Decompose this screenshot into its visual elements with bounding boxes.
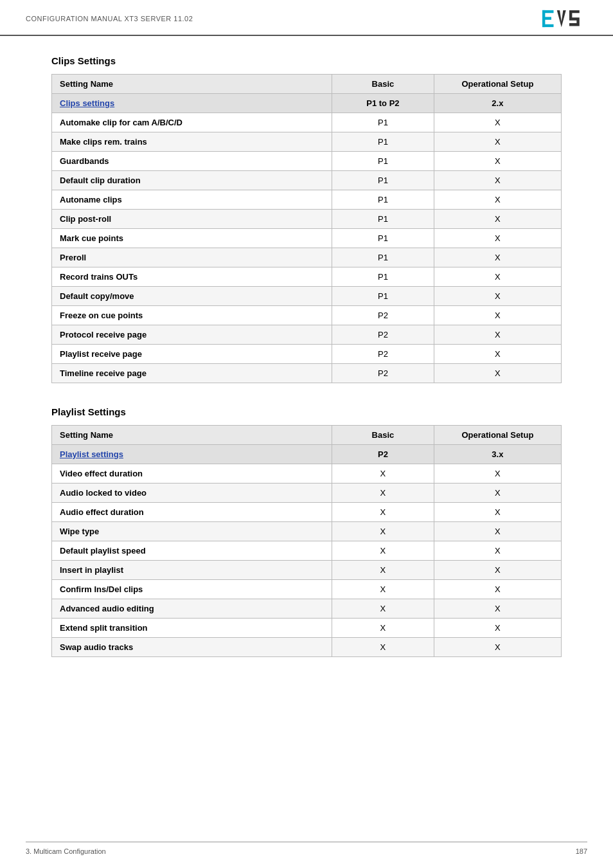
op-cell: 3.x: [434, 445, 561, 464]
op-cell: X: [434, 152, 561, 171]
setting-name-cell: Protocol receive page: [52, 325, 332, 345]
op-cell: X: [434, 599, 561, 619]
basic-cell: X: [332, 484, 434, 503]
basic-cell: P1: [332, 248, 434, 267]
svg-rect-2: [542, 17, 551, 19]
table-row: PrerollP1X: [52, 248, 562, 267]
op-cell: X: [434, 638, 561, 657]
table-row: Wipe typeXX: [52, 522, 562, 541]
setting-name-cell: Automake clip for cam A/B/C/D: [52, 113, 332, 132]
playlist-settings-table: Setting Name Basic Operational Setup Pla…: [51, 425, 562, 657]
table-row: Extend split transitionXX: [52, 619, 562, 638]
op-cell: X: [434, 561, 561, 580]
table-row: Freeze on cue pointsP2X: [52, 306, 562, 325]
op-cell: X: [434, 210, 561, 229]
svg-rect-3: [542, 24, 554, 27]
setting-link[interactable]: Clips settings: [60, 98, 114, 108]
table-row: Default playlist speedXX: [52, 541, 562, 561]
table-row: Automake clip for cam A/B/C/DP1X: [52, 113, 562, 132]
setting-name-cell: Insert in playlist: [52, 561, 332, 580]
op-cell: X: [434, 364, 561, 383]
setting-name-cell: Audio effect duration: [52, 503, 332, 522]
footer-right: 187: [576, 847, 587, 855]
table-row: Timeline receive pageP2X: [52, 364, 562, 383]
playlist-col-basic: Basic: [332, 426, 434, 445]
op-cell: X: [434, 171, 561, 190]
clips-settings-table: Setting Name Basic Operational Setup Cli…: [51, 74, 562, 383]
table-row: Default clip durationP1X: [52, 171, 562, 190]
op-cell: X: [434, 132, 561, 152]
setting-name-cell: Guardbands: [52, 152, 332, 171]
setting-name-cell: Video effect duration: [52, 464, 332, 484]
op-cell: X: [434, 541, 561, 561]
basic-cell: P1: [332, 113, 434, 132]
setting-link[interactable]: Playlist settings: [60, 449, 123, 459]
manual-title: CONFIGURATION MANUAL XT3 Server 11.02: [26, 15, 193, 23]
evs-logo: [542, 9, 587, 28]
basic-cell: P1: [332, 171, 434, 190]
op-cell: X: [434, 619, 561, 638]
setting-name-cell: Playlist settings: [52, 445, 332, 464]
basic-cell: X: [332, 561, 434, 580]
footer-left: 3. Multicam Configuration: [26, 847, 106, 855]
setting-name-cell: Wipe type: [52, 522, 332, 541]
op-cell: X: [434, 306, 561, 325]
table-row: Insert in playlistXX: [52, 561, 562, 580]
setting-name-cell: Preroll: [52, 248, 332, 267]
page-header: CONFIGURATION MANUAL XT3 Server 11.02: [0, 0, 613, 36]
basic-cell: X: [332, 503, 434, 522]
basic-cell: X: [332, 619, 434, 638]
op-cell: X: [434, 484, 561, 503]
setting-name-cell: Confirm Ins/Del clips: [52, 580, 332, 599]
clips-section-title: Clips Settings: [51, 55, 562, 66]
table-row: Confirm Ins/Del clipsXX: [52, 580, 562, 599]
basic-cell: P2: [332, 306, 434, 325]
table-row: Audio locked to videoXX: [52, 484, 562, 503]
op-cell: X: [434, 267, 561, 287]
setting-name-cell: Default playlist speed: [52, 541, 332, 561]
op-cell: X: [434, 287, 561, 306]
basic-cell: X: [332, 464, 434, 484]
basic-cell: P1: [332, 210, 434, 229]
page-footer: 3. Multicam Configuration 187: [26, 842, 587, 855]
playlist-section-title: Playlist Settings: [51, 406, 562, 417]
clips-table-header-row: Setting Name Basic Operational Setup: [52, 75, 562, 94]
table-row: Record trains OUTsP1X: [52, 267, 562, 287]
playlist-settings-section: Playlist Settings Setting Name Basic Ope…: [51, 406, 562, 657]
setting-name-cell: Make clips rem. trains: [52, 132, 332, 152]
setting-name-cell: Default clip duration: [52, 171, 332, 190]
op-cell: X: [434, 464, 561, 484]
table-row: Protocol receive pageP2X: [52, 325, 562, 345]
setting-name-cell: Swap audio tracks: [52, 638, 332, 657]
op-cell: X: [434, 345, 561, 364]
svg-rect-1: [542, 10, 554, 13]
playlist-col-name: Setting Name: [52, 426, 332, 445]
setting-name-cell: Mark cue points: [52, 229, 332, 248]
setting-name-cell: Autoname clips: [52, 190, 332, 210]
basic-cell: X: [332, 522, 434, 541]
setting-name-cell: Audio locked to video: [52, 484, 332, 503]
basic-cell: P1: [332, 190, 434, 210]
setting-name-cell: Clips settings: [52, 94, 332, 113]
setting-name-cell: Playlist receive page: [52, 345, 332, 364]
clips-col-op: Operational Setup: [434, 75, 561, 94]
op-cell: X: [434, 325, 561, 345]
op-cell: X: [434, 580, 561, 599]
table-row: Audio effect durationXX: [52, 503, 562, 522]
setting-name-cell: Freeze on cue points: [52, 306, 332, 325]
basic-cell: P1: [332, 287, 434, 306]
op-cell: 2.x: [434, 94, 561, 113]
basic-cell: P2: [332, 445, 434, 464]
basic-cell: P2: [332, 325, 434, 345]
table-row: Make clips rem. trainsP1X: [52, 132, 562, 152]
op-cell: X: [434, 113, 561, 132]
basic-cell: P1: [332, 132, 434, 152]
basic-cell: X: [332, 638, 434, 657]
table-row: Autoname clipsP1X: [52, 190, 562, 210]
setting-name-cell: Clip post-roll: [52, 210, 332, 229]
table-row: Playlist settingsP23.x: [52, 445, 562, 464]
table-row: Swap audio tracksXX: [52, 638, 562, 657]
logo: [542, 9, 587, 28]
setting-name-cell: Timeline receive page: [52, 364, 332, 383]
table-row: Mark cue pointsP1X: [52, 229, 562, 248]
